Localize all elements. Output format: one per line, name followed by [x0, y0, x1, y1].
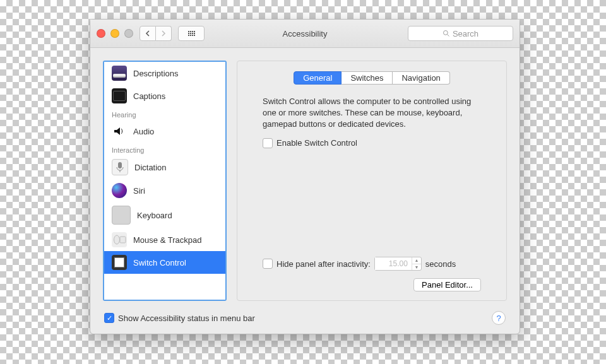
search-input[interactable]: Search [408, 26, 513, 41]
hide-panel-label: Hide panel after inactivity: [276, 259, 371, 269]
minimize-window-button[interactable] [110, 29, 119, 38]
help-button[interactable]: ? [492, 311, 506, 325]
hide-panel-unit: seconds [425, 259, 456, 269]
enable-switch-control-row: Enable Switch Control [263, 138, 481, 148]
mouse-trackpad-icon [112, 232, 127, 247]
close-window-button[interactable] [97, 29, 105, 38]
hide-panel-checkbox[interactable] [263, 259, 273, 269]
enable-switch-control-label: Enable Switch Control [276, 138, 357, 148]
enable-switch-control-checkbox[interactable] [263, 138, 273, 148]
sidebar-item-label: Switch Control [133, 258, 186, 267]
settings-panel: General Switches Navigation Switch Contr… [237, 61, 507, 301]
footer: Show Accessibility status in menu bar ? [90, 306, 520, 334]
show-status-label: Show Accessibility status in menu bar [118, 314, 255, 323]
keyboard-icon [112, 206, 131, 225]
sidebar-section-hearing: Hearing [104, 107, 225, 120]
siri-icon [112, 183, 127, 198]
stepper-down-icon[interactable]: ▼ [412, 264, 421, 271]
svg-line-1 [447, 35, 449, 37]
tab-general[interactable]: General [294, 71, 342, 85]
seconds-stepper[interactable]: ▲ ▼ [412, 257, 421, 270]
descriptions-icon [112, 66, 127, 81]
sidebar-item-dictation[interactable]: Dictation [104, 155, 225, 179]
content-area: Descriptions Captions Hearing Audio Inte… [90, 48, 520, 306]
back-button[interactable] [140, 26, 156, 41]
zoom-window-button[interactable] [124, 29, 133, 38]
chevron-left-icon [145, 30, 150, 37]
stepper-up-icon[interactable]: ▲ [412, 257, 421, 264]
search-placeholder: Search [453, 29, 478, 38]
sidebar-item-label: Dictation [134, 163, 167, 172]
svg-rect-2 [118, 162, 122, 168]
svg-rect-4 [120, 237, 126, 243]
sidebar-scroll[interactable]: Descriptions Captions Hearing Audio Inte… [104, 62, 225, 300]
sidebar-item-label: Siri [133, 186, 145, 196]
sidebar-item-label: Captions [133, 91, 165, 101]
captions-icon [112, 88, 127, 103]
sidebar-item-keyboard[interactable]: Keyboard [104, 202, 225, 228]
dictation-icon [112, 159, 128, 175]
search-icon [443, 30, 450, 37]
tab-switches[interactable]: Switches [342, 71, 393, 85]
sidebar-section-interacting: Interacting [104, 143, 225, 155]
tab-navigation[interactable]: Navigation [393, 71, 449, 85]
titlebar: Accessibility Search [90, 20, 520, 48]
accessibility-window: Accessibility Search Descriptions Captio… [90, 19, 520, 334]
tab-bar: General Switches Navigation [294, 71, 450, 85]
sidebar-item-audio[interactable]: Audio [104, 120, 225, 143]
svg-point-3 [114, 235, 120, 244]
switch-control-icon [112, 255, 127, 270]
window-controls [97, 29, 133, 38]
panel-editor-button[interactable]: Panel Editor... [413, 278, 481, 291]
sidebar-item-captions[interactable]: Captions [104, 85, 225, 107]
sidebar-item-label: Mouse & Trackpad [133, 235, 201, 245]
sidebar-item-switch-control[interactable]: Switch Control [104, 251, 225, 274]
forward-button[interactable] [156, 26, 172, 41]
chevron-right-icon [161, 30, 166, 37]
svg-point-0 [443, 31, 448, 35]
sidebar: Descriptions Captions Hearing Audio Inte… [103, 61, 227, 301]
hide-panel-seconds-input[interactable] [375, 257, 412, 270]
sidebar-item-label: Audio [133, 127, 154, 136]
panel-description: Switch Control allows the computer to be… [263, 96, 481, 131]
audio-icon [112, 124, 127, 139]
hide-panel-row: Hide panel after inactivity: ▲ ▼ seconds [263, 257, 481, 271]
sidebar-item-siri[interactable]: Siri [104, 179, 225, 202]
hide-panel-seconds-field[interactable]: ▲ ▼ [374, 257, 422, 271]
nav-buttons [140, 26, 172, 41]
grid-icon [188, 31, 195, 36]
sidebar-item-label: Keyboard [137, 211, 172, 220]
sidebar-item-label: Descriptions [133, 69, 179, 78]
show-all-button[interactable] [178, 26, 205, 41]
show-status-checkbox[interactable] [104, 313, 114, 323]
sidebar-item-descriptions[interactable]: Descriptions [104, 62, 225, 85]
sidebar-item-mouse-trackpad[interactable]: Mouse & Trackpad [104, 228, 225, 251]
